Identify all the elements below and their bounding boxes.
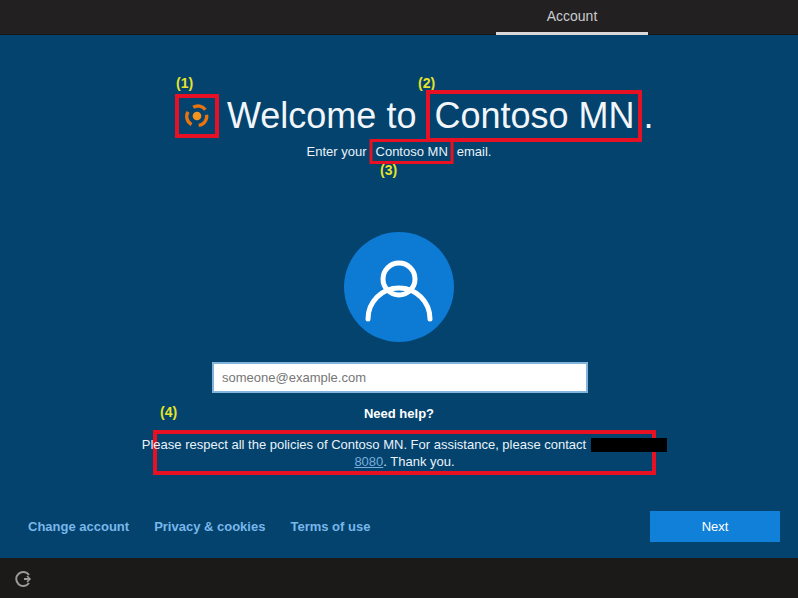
terms-of-use-link[interactable]: Terms of use — [290, 519, 370, 534]
notice-line-1: Please respect all the policies of Conto… — [142, 436, 667, 453]
welcome-title-period: . — [643, 95, 653, 137]
need-help-label: Need help? — [364, 406, 434, 421]
annotation-label-2: (2) — [418, 76, 435, 90]
user-avatar — [344, 232, 454, 342]
annotation-label-1: (1) — [176, 76, 193, 90]
tab-account[interactable]: Account — [496, 0, 648, 35]
oobe-account-screen: { "topbar": { "tab_label": "Account" }, … — [0, 0, 798, 598]
annotation-box-1 — [175, 94, 219, 138]
welcome-title-prefix: Welcome to — [227, 95, 416, 137]
ease-of-access-icon[interactable] — [13, 569, 33, 589]
change-account-link[interactable]: Change account — [28, 519, 129, 534]
subtitle-org-name: Contoso MN — [376, 144, 448, 159]
top-bar: Account — [0, 0, 798, 35]
notice-text-2: . Thank you. — [383, 454, 454, 469]
annotation-box-2: Contoso MN — [426, 90, 642, 142]
footer-links: Change account Privacy & cookies Terms o… — [28, 519, 370, 534]
notice-line-2: 8080. Thank you. — [354, 453, 454, 470]
welcome-title-org-name: Contoso MN — [434, 95, 634, 136]
notice-text-1: Please respect all the policies of Conto… — [142, 437, 586, 452]
subtitle-prefix: Enter your — [307, 144, 367, 159]
tab-account-label: Account — [547, 8, 598, 24]
contoso-swirl-logo-icon — [182, 101, 212, 131]
email-input[interactable] — [212, 362, 588, 393]
welcome-title-row: Welcome to Contoso MN . — [175, 92, 654, 140]
subtitle-row: Enter your Contoso MN email. — [307, 139, 492, 164]
annotation-label-3: (3) — [380, 163, 397, 177]
notice-phone-link[interactable]: 8080 — [354, 454, 383, 469]
annotation-box-4: Please respect all the policies of Conto… — [153, 430, 656, 475]
redacted-contact-info — [591, 438, 667, 452]
next-button-label: Next — [702, 519, 729, 534]
subtitle-suffix: email. — [457, 144, 492, 159]
annotation-box-3: Contoso MN — [370, 139, 454, 164]
need-help-link[interactable]: Need help? — [0, 406, 798, 421]
bottom-bar — [0, 558, 798, 598]
next-button[interactable]: Next — [650, 511, 780, 542]
privacy-cookies-link[interactable]: Privacy & cookies — [154, 519, 265, 534]
user-avatar-icon — [344, 232, 454, 342]
